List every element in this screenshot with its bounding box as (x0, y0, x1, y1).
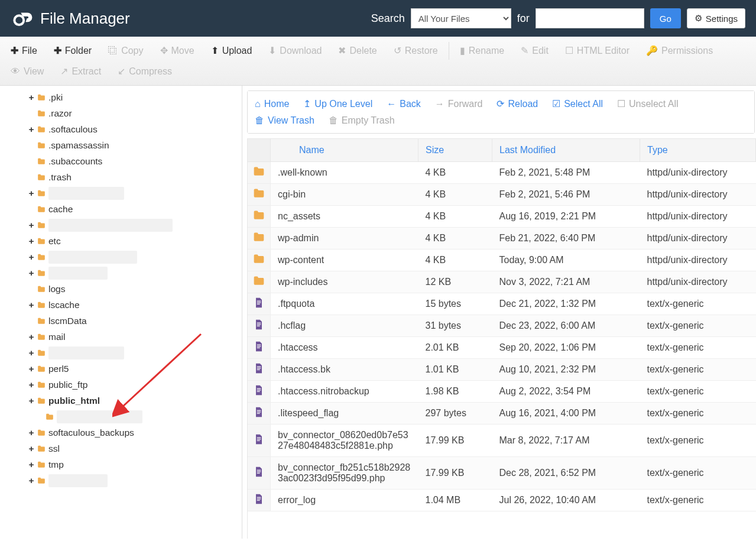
delete-button[interactable]: ✖Delete (330, 40, 385, 61)
col-type[interactable]: Type (640, 139, 756, 162)
view-button[interactable]: 👁View (2, 61, 52, 82)
expander-icon[interactable]: + (27, 188, 35, 199)
edit-button[interactable]: ✎Edit (512, 40, 557, 61)
col-name[interactable]: Name (271, 139, 418, 162)
table-row[interactable]: .litespeed_flag297 bytesAug 16, 2021, 4:… (248, 403, 756, 425)
tree-node-lscache[interactable]: +lscache (0, 297, 242, 313)
col-size[interactable]: Size (418, 139, 492, 162)
plus-icon: ✚ (11, 45, 18, 56)
search-input[interactable] (536, 8, 644, 28)
tree-node-.trash[interactable]: .trash (0, 169, 242, 185)
tree-node-ssl[interactable]: +ssl (0, 440, 242, 456)
download-icon: ⬇ (268, 45, 276, 56)
table-row[interactable]: .hcflag31 bytesDec 23, 2022, 6:00 AMtext… (248, 315, 756, 337)
tree-node-redacted[interactable]: + (0, 217, 242, 233)
expander-icon[interactable]: + (27, 364, 35, 374)
expander-icon[interactable]: + (27, 220, 35, 231)
move-button[interactable]: ✥Move (152, 40, 203, 61)
expander-icon[interactable]: + (27, 236, 35, 247)
tree-node-lscmData[interactable]: lscmData (0, 313, 242, 329)
table-row[interactable]: bv_connector_08620ed0b7e5327e48048483c5f… (248, 425, 756, 457)
table-row[interactable]: .htaccess2.01 KBSep 20, 2022, 1:06 PMtex… (248, 337, 756, 359)
go-button[interactable]: Go (650, 8, 681, 28)
tree-node-.softaculous[interactable]: +.softaculous (0, 121, 242, 137)
back-button[interactable]: ←Back (387, 96, 421, 112)
table-row[interactable]: .htaccess.bk1.01 KBAug 10, 2021, 2:32 PM… (248, 359, 756, 381)
tree-node-tmp[interactable]: +tmp (0, 456, 242, 472)
tree-node-perl5[interactable]: +perl5 (0, 361, 242, 377)
tree-node-softaculous_backups[interactable]: +softaculous_backups (0, 425, 242, 440)
tree-node-redacted[interactable]: + (0, 345, 242, 361)
tree-node-redacted[interactable]: + (0, 472, 242, 488)
expander-icon[interactable]: + (27, 396, 35, 406)
forward-button[interactable]: →Forward (435, 96, 483, 112)
rename-button[interactable]: ▮Rename (452, 40, 512, 61)
expander-icon[interactable]: + (27, 475, 35, 486)
copy-button[interactable]: ⿻Copy (100, 41, 151, 61)
expander-icon[interactable]: + (27, 348, 35, 358)
tree-node-.spamassassin[interactable]: .spamassassin (0, 137, 242, 153)
upload-button[interactable]: ⬆Upload (203, 40, 261, 61)
tree-node-etc[interactable]: +etc (0, 233, 242, 249)
gear-icon: ⚙ (695, 13, 702, 24)
up-one-level-button[interactable]: ↥Up One Level (303, 96, 372, 112)
expander-icon[interactable]: + (27, 124, 35, 135)
tree-node-redacted[interactable]: + (0, 185, 242, 201)
table-row[interactable]: wp-includes12 KBNov 3, 2022, 7:21 AMhttp… (248, 271, 756, 293)
table-row[interactable]: .well-known4 KBFeb 2, 2021, 5:48 PMhttpd… (248, 162, 756, 184)
home-button[interactable]: ⌂Home (255, 96, 289, 112)
file-icon (248, 457, 271, 490)
expander-icon[interactable]: + (27, 92, 35, 103)
tree-node-mail[interactable]: +mail (0, 329, 242, 345)
file-button[interactable]: ✚File (2, 40, 46, 61)
view-trash-button[interactable]: 🗑View Trash (255, 113, 314, 128)
expander-icon[interactable]: + (27, 380, 35, 390)
tree-node-redacted[interactable] (0, 409, 242, 425)
tree-node-cache[interactable]: cache (0, 201, 242, 217)
tree-node-.razor[interactable]: .razor (0, 105, 242, 121)
tree-node-public_ftp[interactable]: +public_ftp (0, 377, 242, 393)
empty-trash-button[interactable]: 🗑Empty Trash (329, 113, 395, 128)
folder-button[interactable]: ✚Folder (46, 40, 100, 61)
folder-icon (37, 317, 46, 325)
col-icon[interactable] (248, 139, 271, 162)
table-row[interactable]: wp-content4 KBToday, 9:00 AMhttpd/unix-d… (248, 250, 756, 271)
tree-node-.subaccounts[interactable]: .subaccounts (0, 153, 242, 169)
table-row[interactable]: nc_assets4 KBAug 16, 2019, 2:21 PMhttpd/… (248, 206, 756, 228)
folder-tree-sidebar[interactable]: +.pki.razor+.softaculous.spamassassin.su… (0, 86, 242, 539)
expander-icon[interactable]: + (27, 427, 35, 438)
expander-icon[interactable]: + (27, 252, 35, 263)
expander-icon[interactable]: + (27, 332, 35, 342)
tree-node-logs[interactable]: logs (0, 281, 242, 297)
reload-button[interactable]: ⟳Reload (497, 96, 538, 112)
download-button[interactable]: ⬇Download (260, 40, 330, 61)
expander-icon[interactable]: + (27, 300, 35, 310)
expander-icon[interactable]: + (27, 268, 35, 278)
cell-size: 4 KB (418, 206, 492, 228)
extract-button[interactable]: ↗Extract (52, 61, 109, 82)
tree-node-public_html[interactable]: +public_html (0, 393, 242, 409)
tree-node-redacted[interactable]: + (0, 265, 242, 281)
select-all-button[interactable]: ☑Select All (552, 96, 603, 112)
expander-icon[interactable]: + (27, 443, 35, 454)
table-row[interactable]: .htaccess.nitrobackup1.98 KBAug 2, 2022,… (248, 381, 756, 403)
unselect-all-button[interactable]: ☐Unselect All (617, 96, 679, 112)
table-row[interactable]: error_log1.04 MBJul 26, 2022, 10:40 AMte… (248, 490, 756, 511)
col-modified[interactable]: Last Modified (492, 139, 640, 162)
table-row[interactable]: wp-admin4 KBFeb 21, 2022, 6:40 PMhttpd/u… (248, 228, 756, 250)
folder-icon (248, 271, 271, 293)
permissions-button[interactable]: 🔑Permissions (638, 40, 721, 61)
settings-button[interactable]: ⚙Settings (687, 8, 745, 28)
table-row[interactable]: cgi-bin4 KBFeb 2, 2021, 5:46 PMhttpd/uni… (248, 184, 756, 206)
expander-icon[interactable]: + (27, 459, 35, 470)
search-scope-select[interactable]: All Your Files (411, 8, 511, 28)
cell-modified: Feb 21, 2022, 6:40 PM (492, 228, 640, 250)
html-editor-button[interactable]: ☐HTML Editor (557, 40, 638, 61)
table-row[interactable]: .ftpquota15 bytesDec 21, 2022, 1:32 PMte… (248, 293, 756, 315)
restore-button[interactable]: ↺Restore (385, 40, 446, 61)
tree-node-redacted[interactable]: + (0, 249, 242, 265)
file-table-scroll[interactable]: Name Size Last Modified Type .well-known… (247, 138, 756, 539)
table-row[interactable]: bv_connector_fb251c518b29283ac0023f3d95f… (248, 457, 756, 490)
compress-button[interactable]: ↙Compress (109, 61, 180, 82)
tree-node-.pki[interactable]: +.pki (0, 89, 242, 105)
